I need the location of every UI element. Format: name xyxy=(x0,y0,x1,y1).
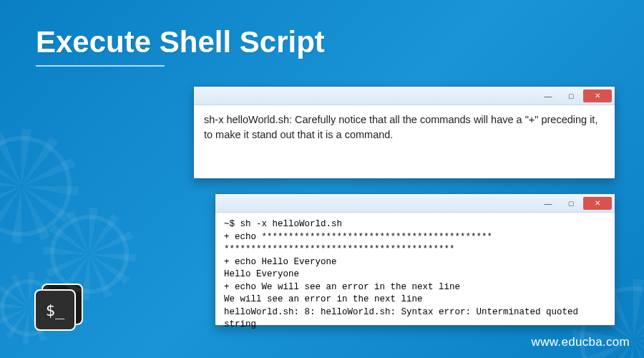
close-button[interactable] xyxy=(583,90,612,102)
terminal-output: ~$ sh -x helloWorld.sh + echo **********… xyxy=(215,213,615,337)
terminal-line: ****************************************… xyxy=(224,244,455,254)
maximize-button[interactable] xyxy=(560,197,582,210)
icon-cube-front: $_ xyxy=(34,289,76,331)
terminal-line: + echo Hello Everyone xyxy=(224,257,337,267)
terminal-line: + echo *********************************… xyxy=(224,232,492,242)
terminal-line: + echo We will see an error in the next … xyxy=(224,282,460,292)
terminal-line: We will see an error in the next line xyxy=(224,294,423,304)
minimize-button[interactable] xyxy=(537,197,559,210)
terminal-line: helloWorld.sh: 8: helloWorld.sh: Syntax … xyxy=(224,307,584,330)
window-titlebar xyxy=(194,87,615,105)
terminal-line: ~$ sh -x helloWorld.sh xyxy=(224,219,342,229)
page-title: Execute Shell Script xyxy=(0,0,644,59)
close-button[interactable] xyxy=(583,197,612,210)
watermark-url: www.educba.com xyxy=(532,335,630,349)
title-underline xyxy=(36,65,165,67)
window-titlebar xyxy=(215,194,615,213)
shell-script-icon: $_ xyxy=(29,279,86,337)
terminal-window: ~$ sh -x helloWorld.sh + echo **********… xyxy=(215,193,615,326)
shell-prompt-glyph: $_ xyxy=(46,301,65,319)
explanation-text: sh-x helloWorld.sh: Carefully notice tha… xyxy=(194,105,615,150)
bg-decoration-gear xyxy=(0,136,72,236)
terminal-line: Hello Everyone xyxy=(224,269,299,279)
explanation-window: sh-x helloWorld.sh: Carefully notice tha… xyxy=(193,86,615,179)
maximize-button[interactable] xyxy=(560,90,582,102)
minimize-button[interactable] xyxy=(537,90,559,102)
